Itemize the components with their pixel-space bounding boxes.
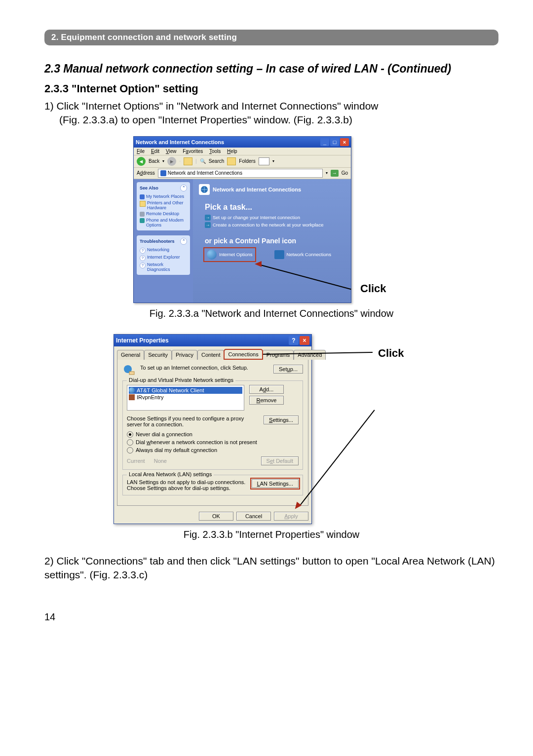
sidebar-item-network-diag[interactable]: ?Network Diagnostics — [140, 262, 187, 272]
network-connections-icon — [274, 250, 284, 259]
sidebar-item-ie[interactable]: ?Internet Explorer — [140, 254, 187, 262]
figure-a: Network and Internet Connections _ □ × F… — [133, 136, 410, 303]
group-dialup-vpn-legend: Dial-up and Virtual Private Network sett… — [127, 377, 235, 383]
tab-strip: General Security Privacy Content Connect… — [114, 346, 311, 359]
proxy-settings-text: Choose Settings if you need to configure… — [127, 416, 260, 427]
chapter-bar: 2. Equipment connection and network sett… — [44, 30, 498, 45]
section-heading: 2.3 Manual network connection setting – … — [44, 62, 498, 76]
setup-icon — [122, 365, 136, 377]
collapse-icon[interactable]: ⌃ — [180, 238, 187, 245]
up-folder-icon[interactable] — [184, 157, 192, 165]
menu-favorites[interactable]: Favorites — [183, 149, 203, 154]
menu-help[interactable]: Help — [227, 149, 237, 154]
figure-b-caption: Fig. 2.3.3.b "Internet Properties" windo… — [184, 529, 360, 540]
menu-view[interactable]: View — [166, 149, 177, 154]
tab-general[interactable]: General — [117, 350, 144, 360]
menu-file[interactable]: File — [137, 149, 145, 154]
folders-label[interactable]: Folders — [239, 158, 255, 164]
main-panel: Network and Internet Connections Pick a … — [193, 179, 351, 302]
panel-troubleshooters-title: Troubleshooters — [140, 239, 175, 244]
go-button[interactable]: → — [331, 170, 339, 177]
setup-button[interactable]: Setup... — [273, 365, 303, 374]
close-button[interactable]: × — [300, 336, 309, 345]
menu-edit[interactable]: Edit — [151, 149, 159, 154]
collapse-icon[interactable]: ⌃ — [180, 185, 187, 191]
radio-icon — [127, 439, 133, 446]
remove-button[interactable]: Remove — [249, 396, 284, 405]
pick-task-heading: Pick a task... — [205, 203, 345, 212]
tab-privacy[interactable]: Privacy — [172, 350, 197, 360]
menu-bar[interactable]: File Edit View Favorites Tools Help — [134, 148, 351, 155]
sidebar-item-my-network-places[interactable]: My Network Places — [140, 193, 187, 200]
current-label: Current — [127, 458, 145, 464]
step-1-line1: 1) Click "Internet Options" in "Network … — [44, 100, 378, 112]
step-1-line2: (Fig. 2.3.3.a) to open "Internet Propert… — [44, 113, 498, 127]
minimize-button[interactable]: _ — [320, 138, 329, 146]
window-title-bar: Network and Internet Connections _ □ × — [134, 137, 351, 148]
sidebar-item-phone-modem[interactable]: Phone and Modem Options — [140, 217, 187, 228]
lan-settings-button[interactable]: LAN Settings... — [252, 479, 299, 488]
connection-icon — [129, 394, 135, 400]
setup-text: To set up an Internet connection, click … — [140, 365, 269, 371]
dialog-title-bar: Internet Properties ? × — [114, 335, 311, 346]
close-button[interactable]: × — [340, 138, 349, 146]
internet-options-icon — [207, 250, 217, 260]
tab-content[interactable]: Content — [197, 350, 225, 360]
group-lan-legend: Local Area Network (LAN) settings — [127, 471, 214, 477]
category-title: Network and Internet Connections — [213, 187, 301, 192]
sidebar-item-networking[interactable]: ?Networking — [140, 247, 187, 254]
radio-never-dial[interactable]: Never dial a connection — [127, 431, 299, 438]
radio-icon — [127, 431, 133, 438]
current-value: None — [154, 458, 167, 464]
step-1-text: 1) Click "Internet Options" in "Network … — [44, 99, 498, 127]
cp-internet-options[interactable]: Internet Options — [205, 249, 255, 261]
figure-a-caption: Fig. 2.3.3.a "Network and Internet Conne… — [150, 308, 393, 319]
sidebar-item-printers[interactable]: Printers and Other Hardware — [140, 200, 187, 211]
menu-tools[interactable]: Tools — [209, 149, 221, 154]
apply-button: Apply — [274, 512, 308, 521]
dialog-title: Internet Properties — [116, 337, 169, 344]
add-button[interactable]: Add... — [249, 385, 284, 394]
settings-button[interactable]: Settings... — [264, 416, 299, 424]
connection-icon — [129, 387, 135, 393]
step-2-text: 2) Click "Connections" tab and then clic… — [44, 554, 498, 582]
dialog-internet-properties: Internet Properties ? × General Security… — [114, 334, 312, 524]
svg-rect-2 — [129, 372, 134, 375]
cancel-button[interactable]: Cancel — [236, 512, 271, 521]
task-create-connection[interactable]: →Create a connection to the network at y… — [205, 222, 345, 228]
address-label: Address — [137, 170, 155, 176]
back-label[interactable]: Back — [149, 158, 159, 164]
ok-button[interactable]: OK — [199, 512, 233, 521]
lan-text: LAN Settings do not apply to dial-up con… — [127, 479, 248, 491]
folders-icon[interactable] — [227, 157, 236, 165]
radio-dial-when-absent[interactable]: Dial whenever a network connection is no… — [127, 439, 299, 446]
annotation-click: Click — [360, 282, 386, 295]
panel-see-also-title: See Also — [140, 186, 158, 190]
sidebar-item-remote-desktop[interactable]: Remote Desktop — [140, 211, 187, 217]
back-icon[interactable]: ◄ — [137, 157, 146, 166]
group-dialup-vpn: Dial-up and Virtual Private Network sett… — [122, 380, 303, 470]
cp-internet-options-label: Internet Options — [219, 252, 253, 257]
group-lan: Local Area Network (LAN) settings LAN Se… — [122, 475, 303, 495]
tab-security[interactable]: Security — [144, 350, 172, 360]
tab-connections[interactable]: Connections — [224, 349, 262, 359]
maximize-button[interactable]: □ — [330, 138, 339, 146]
views-button[interactable] — [259, 157, 269, 165]
forward-icon: ► — [167, 157, 176, 166]
toolbar: ◄ Back ▾ ► · | 🔍 Search Folders ▾ — [134, 155, 351, 168]
cp-network-connections[interactable]: Network Connections — [274, 249, 331, 261]
list-item[interactable]: AT&T Global Network Client — [129, 387, 242, 394]
tab-advanced[interactable]: Advanced — [294, 350, 326, 360]
go-label: Go — [342, 170, 348, 176]
connection-listbox[interactable]: AT&T Global Network Client IRvpnEntry — [127, 385, 244, 411]
radio-icon — [127, 447, 133, 454]
radio-always-dial[interactable]: Always dial my default connection — [127, 447, 299, 454]
controlpanel-icon — [160, 170, 166, 176]
address-input[interactable]: Network and Internet Connections — [158, 169, 323, 178]
help-button[interactable]: ? — [289, 336, 299, 345]
task-setup-internet[interactable]: →Set up or change your Internet connecti… — [205, 215, 345, 221]
set-default-button: Set Default — [261, 456, 299, 465]
pick-icon-heading: or pick a Control Panel icon — [205, 237, 345, 245]
search-label[interactable]: Search — [209, 158, 225, 164]
list-item[interactable]: IRvpnEntry — [129, 394, 242, 401]
